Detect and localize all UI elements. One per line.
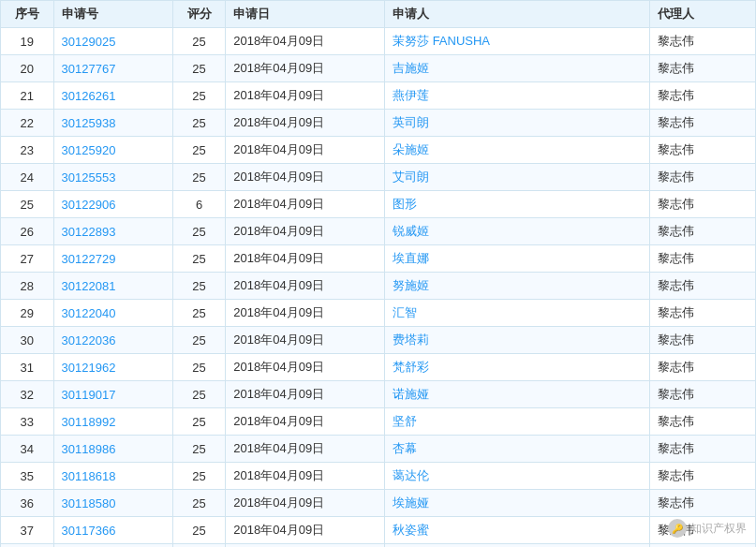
cell-score: 25 <box>172 327 226 354</box>
cell-name[interactable]: 蔼达伦 <box>385 463 650 490</box>
table-row: 2030127767252018年04月09日吉施姬黎志伟 <box>1 55 756 82</box>
cell-date: 2018年04月09日 <box>226 191 385 218</box>
cell-id[interactable]: 30125920 <box>53 137 172 164</box>
name-link[interactable]: 梵舒彩 <box>393 360 429 374</box>
watermark-icon: 🔑 <box>668 519 687 538</box>
cell-id[interactable]: 30118618 <box>53 463 172 490</box>
id-link[interactable]: 30125553 <box>62 170 116 185</box>
table-row: 3630118580252018年04月09日埃施娅黎志伟 <box>1 490 756 517</box>
cell-name[interactable]: 坚舒 <box>385 408 650 436</box>
cell-id[interactable]: 30122081 <box>53 273 172 300</box>
id-link[interactable]: 30119017 <box>62 388 116 402</box>
cell-date: 2018年04月09日 <box>226 327 385 354</box>
cell-id[interactable]: 30119017 <box>53 381 172 408</box>
name-link[interactable]: 汇智 <box>393 305 417 319</box>
cell-date: 2018年04月09日 <box>226 436 385 463</box>
cell-id[interactable]: 30118986 <box>53 436 172 463</box>
cell-id[interactable]: 30118992 <box>53 408 172 436</box>
id-link[interactable]: 30122906 <box>62 198 116 212</box>
name-link[interactable]: 努施姬 <box>393 278 429 292</box>
cell-name[interactable]: 英司朗 <box>385 110 650 137</box>
cell-name[interactable]: 秋姿蜜 <box>385 517 650 544</box>
cell-id[interactable]: 30117341 <box>53 544 172 548</box>
id-link[interactable]: 30122893 <box>62 225 116 239</box>
cell-num: 33 <box>1 408 54 436</box>
cell-name[interactable]: 锐威姬 <box>385 218 650 245</box>
cell-name[interactable]: 图形 <box>385 191 650 218</box>
cell-name[interactable]: 燕伊莲 <box>385 82 650 110</box>
cell-name[interactable]: 埃直娜 <box>385 245 650 273</box>
id-link[interactable]: 30125938 <box>62 116 116 130</box>
name-link[interactable]: 茉努莎 FANUSHA <box>393 34 490 48</box>
cell-id[interactable]: 30122893 <box>53 218 172 245</box>
cell-agent: 黎志伟 <box>649 164 755 191</box>
id-link[interactable]: 30118992 <box>62 415 116 429</box>
id-link[interactable]: 30121962 <box>62 361 116 375</box>
cell-name[interactable]: 汇智 <box>385 300 650 327</box>
table-row: 2230125938252018年04月09日英司朗黎志伟 <box>1 110 756 137</box>
id-link[interactable]: 30122036 <box>62 333 116 347</box>
id-link[interactable]: 30122729 <box>62 252 116 266</box>
id-link[interactable]: 30125920 <box>62 143 116 157</box>
cell-name[interactable]: 朵施姬 <box>385 137 650 164</box>
cell-id[interactable]: 30125938 <box>53 110 172 137</box>
cell-num: 36 <box>1 490 54 517</box>
cell-name[interactable]: 努施姬 <box>385 273 650 300</box>
id-link[interactable]: 30122040 <box>62 306 116 320</box>
cell-name[interactable]: 吉施姬 <box>385 55 650 82</box>
id-link[interactable]: 30118618 <box>62 469 116 483</box>
name-link[interactable]: 秋姿蜜 <box>393 523 429 537</box>
name-link[interactable]: 英司朗 <box>393 115 429 129</box>
cell-name[interactable]: 茉努莎 FANUSHA <box>385 28 650 55</box>
name-link[interactable]: 埃施娅 <box>393 495 429 510</box>
cell-name[interactable]: 艾司朗 <box>385 164 650 191</box>
name-link[interactable]: 锐威姬 <box>393 224 429 238</box>
cell-id[interactable]: 30127767 <box>53 55 172 82</box>
cell-id[interactable]: 30122040 <box>53 300 172 327</box>
cell-score: 25 <box>172 463 226 490</box>
cell-score: 25 <box>172 110 226 137</box>
name-link[interactable]: 燕伊莲 <box>393 88 429 102</box>
cell-num: 23 <box>1 137 54 164</box>
cell-id[interactable]: 30122729 <box>53 245 172 273</box>
id-link[interactable]: 30129025 <box>62 35 116 49</box>
name-link[interactable]: 坚舒 <box>393 414 417 428</box>
cell-id[interactable]: 30129025 <box>53 28 172 55</box>
cell-score: 25 <box>172 300 226 327</box>
cell-agent: 黎志伟 <box>649 463 755 490</box>
cell-name[interactable]: 戊贤 <box>385 544 650 548</box>
cell-name[interactable]: 埃施娅 <box>385 490 650 517</box>
name-link[interactable]: 朵施姬 <box>393 142 429 156</box>
cell-name[interactable]: 费塔莉 <box>385 327 650 354</box>
id-link[interactable]: 30118986 <box>62 442 116 456</box>
id-link[interactable]: 30118580 <box>62 496 116 510</box>
name-link[interactable]: 图形 <box>393 197 417 211</box>
id-link[interactable]: 30117366 <box>62 524 116 538</box>
cell-name[interactable]: 诺施娅 <box>385 381 650 408</box>
cell-name[interactable]: 梵舒彩 <box>385 354 650 381</box>
name-link[interactable]: 埃直娜 <box>393 251 429 265</box>
cell-id[interactable]: 30117366 <box>53 517 172 544</box>
name-link[interactable]: 蔼达伦 <box>393 468 429 482</box>
table-row: 1930129025252018年04月09日茉努莎 FANUSHA黎志伟 <box>1 28 756 55</box>
cell-agent: 黎志伟 <box>649 490 755 517</box>
cell-score: 25 <box>172 245 226 273</box>
cell-id[interactable]: 30122036 <box>53 327 172 354</box>
cell-id[interactable]: 30125553 <box>53 164 172 191</box>
id-link[interactable]: 30127767 <box>62 62 116 76</box>
name-link[interactable]: 艾司朗 <box>393 170 429 184</box>
cell-id[interactable]: 30122906 <box>53 191 172 218</box>
id-link[interactable]: 30122081 <box>62 279 116 293</box>
name-link[interactable]: 吉施姬 <box>393 61 429 75</box>
header-id: 申请号 <box>53 1 172 28</box>
name-link[interactable]: 费塔莉 <box>393 333 429 347</box>
cell-id[interactable]: 30126261 <box>53 82 172 110</box>
header-num: 序号 <box>1 1 54 28</box>
name-link[interactable]: 诺施娅 <box>393 387 429 401</box>
name-link[interactable]: 杏幕 <box>393 441 417 455</box>
cell-id[interactable]: 30118580 <box>53 490 172 517</box>
cell-agent: 黎志伟 <box>649 191 755 218</box>
cell-id[interactable]: 30121962 <box>53 354 172 381</box>
id-link[interactable]: 30126261 <box>62 89 116 103</box>
cell-name[interactable]: 杏幕 <box>385 436 650 463</box>
